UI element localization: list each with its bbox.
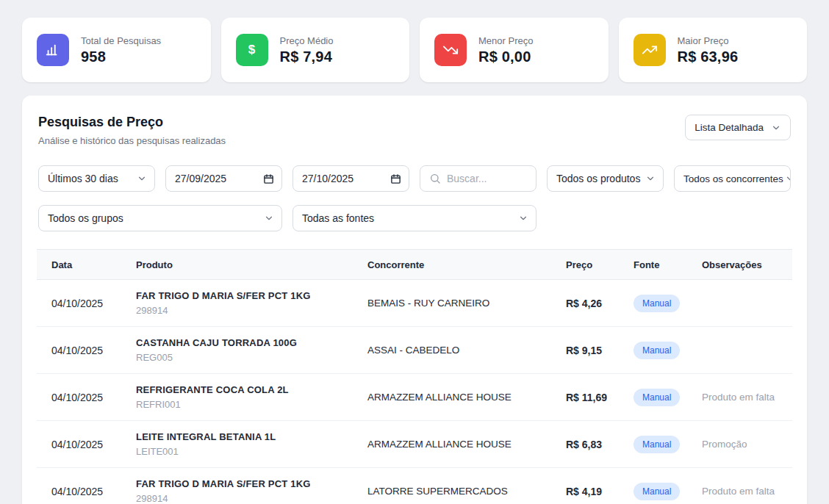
product-name: CASTANHA CAJU TORRADA 100G bbox=[136, 337, 357, 348]
stat-label: Total de Pesquisas bbox=[81, 35, 161, 46]
row-competitor: ASSAI - CABEDELO bbox=[367, 345, 566, 356]
row-competitor: BEMAIS - RUY CARNEIRO bbox=[367, 298, 566, 309]
sources-select-label: Todas as fontes bbox=[302, 212, 374, 224]
row-price: R$ 6,83 bbox=[566, 439, 634, 450]
column-header-fonte: Fonte bbox=[634, 259, 702, 270]
row-observation: Promoção bbox=[702, 439, 792, 450]
competitors-select[interactable]: Todos os concorrentes bbox=[674, 165, 791, 192]
end-date-input[interactable]: 27/10/2025 bbox=[293, 165, 409, 192]
table-row[interactable]: 04/10/2025 LEITE INTEGRAL BETANIA 1L LEI… bbox=[37, 421, 792, 468]
row-product: CASTANHA CAJU TORRADA 100G REG005 bbox=[136, 337, 367, 363]
groups-select-label: Todos os grupos bbox=[48, 212, 123, 224]
calendar-icon[interactable] bbox=[390, 173, 401, 184]
groups-select[interactable]: Todos os grupos bbox=[38, 205, 282, 231]
stat-card-preco-medio: $ Preço Médio R$ 7,94 bbox=[221, 18, 410, 82]
calendar-icon[interactable] bbox=[263, 173, 274, 184]
row-source: Manual bbox=[634, 389, 702, 406]
stat-value: R$ 7,94 bbox=[280, 48, 334, 65]
chevron-down-icon bbox=[264, 213, 274, 223]
row-source: Manual bbox=[634, 295, 702, 312]
competitors-select-label: Todos os concorrentes bbox=[683, 173, 783, 184]
row-price: R$ 4,19 bbox=[566, 486, 634, 497]
row-product: FAR TRIGO D MARIA S/FER PCT 1KG 298914 bbox=[136, 478, 367, 504]
column-header-data: Data bbox=[51, 259, 136, 270]
page-subtitle: Análise e histórico das pesquisas realiz… bbox=[38, 135, 226, 146]
stats-row: Total de Pesquisas 958 $ Preço Médio R$ … bbox=[22, 18, 807, 82]
product-code: LEITE001 bbox=[136, 446, 357, 457]
row-date: 04/10/2025 bbox=[51, 486, 136, 497]
products-select-label: Todos os produtos bbox=[556, 173, 640, 184]
table-row[interactable]: 04/10/2025 REFRIGERANTE COCA COLA 2L REF… bbox=[37, 374, 792, 421]
search-input[interactable] bbox=[447, 173, 528, 184]
trending-down-icon bbox=[434, 34, 467, 66]
row-product: LEITE INTEGRAL BETANIA 1L LEITE001 bbox=[136, 431, 367, 457]
product-name: FAR TRIGO D MARIA S/FER PCT 1KG bbox=[136, 290, 357, 301]
source-badge: Manual bbox=[634, 483, 680, 500]
source-badge: Manual bbox=[634, 295, 680, 312]
stat-card-total-pesquisas: Total de Pesquisas 958 bbox=[22, 18, 211, 82]
chevron-down-icon bbox=[785, 173, 791, 184]
stat-value: R$ 63,96 bbox=[678, 48, 739, 65]
chevron-down-icon bbox=[771, 123, 781, 133]
stat-value: R$ 0,00 bbox=[478, 48, 533, 65]
chevron-down-icon bbox=[645, 173, 656, 184]
period-select-label: Últimos 30 dias bbox=[48, 173, 118, 184]
trending-up-icon bbox=[634, 34, 666, 66]
product-code: 298914 bbox=[136, 493, 357, 504]
source-badge: Manual bbox=[634, 436, 680, 453]
search-box[interactable] bbox=[420, 165, 536, 192]
source-badge: Manual bbox=[634, 389, 680, 406]
row-source: Manual bbox=[634, 436, 702, 453]
pesquisas-table: Data Produto Concorrente Preço Fonte Obs… bbox=[37, 249, 792, 504]
stat-card-maior-preco: Maior Preço R$ 63,96 bbox=[619, 18, 808, 82]
stat-label: Menor Preço bbox=[478, 35, 533, 46]
row-source: Manual bbox=[634, 483, 702, 500]
table-row[interactable]: 04/10/2025 CASTANHA CAJU TORRADA 100G RE… bbox=[37, 327, 792, 374]
row-competitor: ARMAZZEM ALLIANCE HOUSE bbox=[367, 392, 566, 403]
row-date: 04/10/2025 bbox=[51, 392, 136, 403]
period-select[interactable]: Últimos 30 dias bbox=[38, 165, 155, 192]
row-date: 04/10/2025 bbox=[51, 298, 136, 309]
panel-header: Pesquisas de Preço Análise e histórico d… bbox=[38, 115, 791, 146]
chevron-down-icon bbox=[518, 213, 528, 223]
product-name: FAR TRIGO D MARIA S/FER PCT 1KG bbox=[136, 478, 357, 489]
stat-value: 958 bbox=[81, 48, 161, 65]
row-competitor: LATORRE SUPERMERCADOS bbox=[367, 486, 566, 497]
products-select[interactable]: Todos os produtos bbox=[547, 165, 664, 192]
product-name: LEITE INTEGRAL BETANIA 1L bbox=[136, 431, 357, 442]
row-source: Manual bbox=[634, 342, 702, 359]
chevron-down-icon bbox=[137, 173, 147, 184]
view-mode-select[interactable]: Lista Detalhada bbox=[685, 115, 791, 140]
search-icon bbox=[429, 173, 441, 184]
start-date-input[interactable]: 27/09/2025 bbox=[165, 165, 282, 192]
page-title: Pesquisas de Preço bbox=[38, 115, 226, 130]
stat-label: Preço Médio bbox=[280, 35, 334, 46]
column-header-concorrente: Concorrente bbox=[367, 259, 566, 270]
stat-card-menor-preco: Menor Preço R$ 0,00 bbox=[420, 18, 609, 82]
table-body: 04/10/2025 FAR TRIGO D MARIA S/FER PCT 1… bbox=[37, 280, 792, 504]
dollar-icon: $ bbox=[236, 34, 268, 66]
table-header-row: Data Produto Concorrente Preço Fonte Obs… bbox=[37, 249, 792, 280]
row-product: FAR TRIGO D MARIA S/FER PCT 1KG 298914 bbox=[136, 290, 367, 316]
end-date-value: 27/10/2025 bbox=[302, 173, 354, 184]
column-header-produto: Produto bbox=[136, 259, 367, 270]
view-mode-label: Lista Detalhada bbox=[695, 122, 764, 133]
row-competitor: ARMAZZEM ALLIANCE HOUSE bbox=[367, 439, 566, 450]
row-product: REFRIGERANTE COCA COLA 2L REFRI001 bbox=[136, 384, 367, 410]
column-header-preco: Preço bbox=[566, 259, 634, 270]
product-name: REFRIGERANTE COCA COLA 2L bbox=[136, 384, 357, 395]
row-date: 04/10/2025 bbox=[51, 439, 136, 450]
row-date: 04/10/2025 bbox=[51, 345, 136, 356]
row-observation: Produto em falta bbox=[702, 392, 792, 403]
product-code: 298914 bbox=[136, 305, 357, 316]
pesquisas-panel: Pesquisas de Preço Análise e histórico d… bbox=[22, 96, 807, 504]
product-code: REG005 bbox=[136, 352, 357, 363]
sources-select[interactable]: Todas as fontes bbox=[293, 205, 536, 231]
row-observation: Produto em falta bbox=[702, 486, 792, 497]
stat-label: Maior Preço bbox=[678, 35, 739, 46]
table-row[interactable]: 04/10/2025 FAR TRIGO D MARIA S/FER PCT 1… bbox=[37, 280, 792, 327]
source-badge: Manual bbox=[634, 342, 680, 359]
table-row[interactable]: 04/10/2025 FAR TRIGO D MARIA S/FER PCT 1… bbox=[37, 468, 792, 504]
row-price: R$ 9,15 bbox=[566, 345, 634, 356]
bar-chart-icon bbox=[37, 34, 69, 66]
